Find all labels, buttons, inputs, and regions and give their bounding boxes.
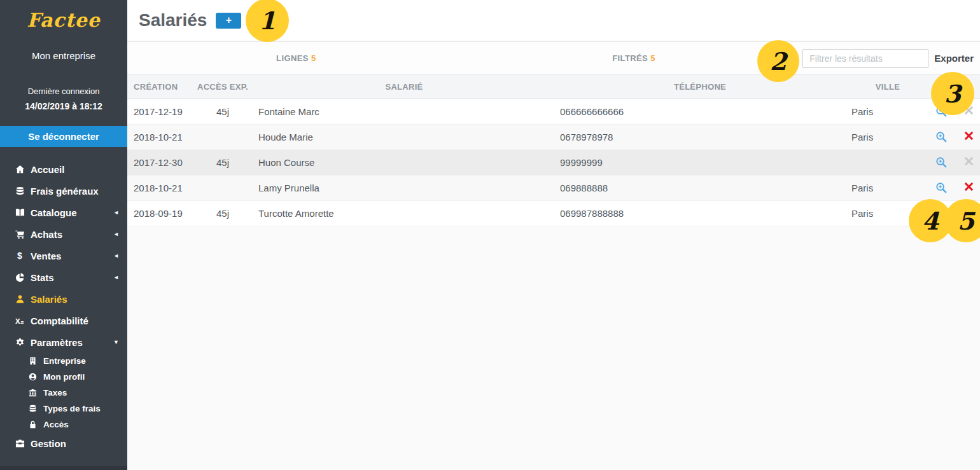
table-row[interactable]: 2017-12-30 45j Huon Course 99999999 [127,150,980,176]
cell-ville: Paris [846,132,929,142]
cell-telephone: 99999999 [554,157,846,168]
cell-ville: Paris [846,183,929,193]
sidebar-item-entreprise[interactable]: Entreprise [0,353,127,369]
sidebar-item-types-de-frais[interactable]: Types de frais [0,401,127,417]
cell-creation: 2018-10-21 [127,132,191,142]
sidebar-item-gestion[interactable]: Gestion [0,432,127,454]
view-details-icon[interactable] [935,131,948,143]
cell-telephone: 066666666666 [554,106,846,117]
last-login-date: 14/02/2019 à 18:12 [0,101,127,111]
coins-icon [13,186,27,196]
cell-creation: 2018-10-21 [127,183,191,193]
pie-chart-icon [13,273,27,282]
table-row[interactable]: 2018-10-21 Lamy Prunella 069888888 Paris [127,176,980,201]
delete-icon[interactable] [964,131,974,143]
sidebar-item-label: Accès [43,420,69,429]
column-header-salarie: SALARIÉ [255,82,554,92]
app-window: Factee Mon entreprise Dernière connexion… [0,0,980,470]
sidebar-item-label: Types de frais [43,404,101,413]
cell-salarie: Houde Marie [255,132,554,142]
cell-telephone: 0678978978 [554,132,846,142]
sidebar-item-ventes[interactable]: $ Ventes ◄ [0,245,127,266]
filtered-count-value: 5 [650,53,655,63]
caret-left-icon: ◄ [113,232,119,237]
annotation-circle-2: 2 [757,40,799,82]
column-header-ville: VILLE [846,82,929,92]
home-icon [13,165,27,174]
cell-acces-exp: 45j [191,157,255,168]
logout-button[interactable]: Se déconnecter [0,126,127,147]
delete-icon[interactable] [964,156,974,169]
sidebar-item-acces[interactable]: Accès [0,417,127,432]
sidebar-item-comptabilite[interactable]: x₂ Comptabilité [0,310,127,331]
sidebar-item-mon-profil[interactable]: Mon profil [0,369,127,385]
cell-creation: 2017-12-30 [127,157,191,168]
coins-icon [25,404,39,413]
parametres-submenu: Entreprise Mon profil Taxes Types de fra… [0,353,127,432]
table-toolbar: LIGNES5 FILTRÉS5 Exporter [127,42,980,75]
caret-left-icon: ◄ [113,253,119,259]
filtered-label: FILTRÉS [612,53,648,63]
annotation-circle-1: 1 [246,0,289,42]
filtered-count: FILTRÉS5 [465,53,803,63]
dollar-icon: $ [13,251,27,261]
caret-left-icon: ◄ [113,210,119,216]
briefcase-icon [13,439,27,448]
lock-icon [25,420,39,429]
sidebar-item-label: Mon profil [43,372,85,382]
sidebar-item-salaries[interactable]: Salariés [0,288,127,310]
app-logo[interactable]: Factee [0,9,127,31]
cell-salarie: Fontaine Marc [255,106,554,117]
cell-ville: Paris [846,106,929,117]
cell-telephone: 069888888 [554,183,846,193]
sidebar-item-parametres[interactable]: Paramètres ▼ [0,331,127,353]
user-icon [13,294,27,304]
sidebar-item-stats[interactable]: Stats ◄ [0,266,127,288]
table-row[interactable]: 2018-10-21 Houde Marie 0678978978 Paris [127,125,980,150]
cell-creation: 2018-09-19 [127,208,191,219]
sidebar-item-label: Accueil [31,164,64,175]
building-icon [25,357,39,365]
cart-icon [13,230,27,239]
table-row[interactable]: 2018-09-19 45j Turcotte Amorette 0699878… [127,201,980,226]
table-body: 2017-12-19 45j Fontaine Marc 06666666666… [127,99,980,226]
sidebar-item-label: Paramètres [31,337,83,348]
sidebar-item-label: Achats [31,229,62,240]
book-icon [13,208,27,218]
sidebar-item-taxes[interactable]: Taxes [0,385,127,401]
cell-creation: 2017-12-19 [127,106,191,117]
cell-acces-exp: 45j [191,208,255,219]
cell-salarie: Huon Course [255,157,554,168]
sidebar-item-frais-generaux[interactable]: Frais généraux [0,180,127,202]
sidebar-item-label: Ventes [31,251,61,261]
bank-icon [25,389,39,397]
sidebar-item-label: Entreprise [43,356,86,366]
table-header: CRÉATION ACCÈS EXP. SALARIÉ TÉLÉPHONE VI… [127,75,980,99]
lines-label: LIGNES [276,53,309,63]
profile-icon [25,373,39,381]
cell-telephone: 069987888888 [554,208,846,219]
delete-icon[interactable] [964,182,974,194]
view-details-icon[interactable] [935,182,948,194]
sidebar-item-achats[interactable]: Achats ◄ [0,223,127,245]
sidebar-item-label: Taxes [43,388,67,397]
view-details-icon[interactable] [935,156,948,169]
sidebar-item-label: Stats [31,272,54,283]
table-row[interactable]: 2017-12-19 45j Fontaine Marc 06666666666… [127,99,980,125]
filter-input[interactable] [802,49,928,68]
sidebar-bottom-strip [0,466,127,470]
last-login: Dernière connexion 14/02/2019 à 18:12 [0,86,127,111]
last-login-label: Dernière connexion [0,86,127,96]
sidebar-item-label: Frais généraux [31,186,99,197]
page-title: Salariés [139,10,207,31]
sidebar-item-accueil[interactable]: Accueil [0,158,127,180]
sidebar-item-label: Gestion [31,438,66,449]
sidebar: Factee Mon entreprise Dernière connexion… [0,0,127,470]
lines-count-value: 5 [311,53,316,63]
export-button[interactable]: Exporter [934,53,974,64]
add-employee-button[interactable]: + [216,13,241,29]
cell-acces-exp: 45j [191,106,255,117]
sidebar-item-label: Comptabilité [31,315,88,326]
sidebar-item-catalogue[interactable]: Catalogue ◄ [0,202,127,223]
subscript-icon: x₂ [13,315,27,326]
